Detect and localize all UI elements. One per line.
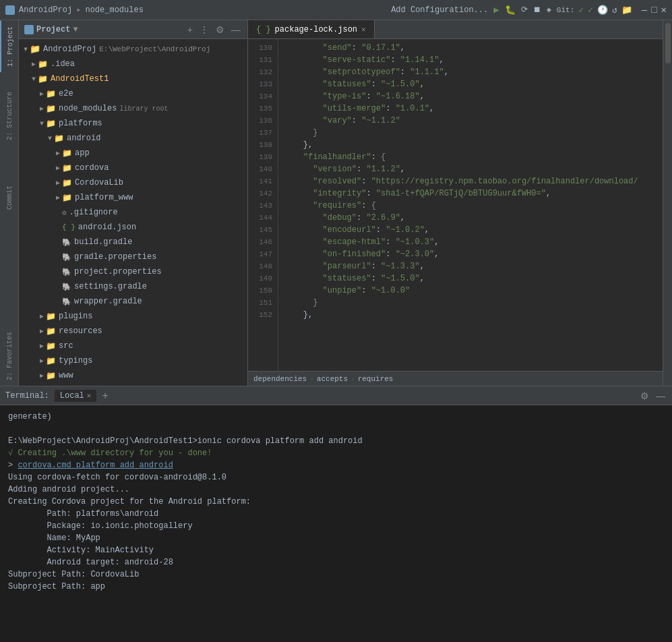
folder-icon: 📁 <box>62 178 72 188</box>
tree-item-www[interactable]: ▶ 📁 www <box>19 368 247 383</box>
tree-item-build-gradle[interactable]: ▶ 🐘 build.gradle <box>19 235 247 250</box>
terminal-content[interactable]: generate) E:\WebProject\AndroidProj\Andr… <box>0 405 672 642</box>
expand-arrow: ▶ <box>38 357 46 365</box>
breadcrumb-item-3[interactable]: requires <box>358 375 394 383</box>
line-num-145: 145 <box>248 224 278 236</box>
tree-item-platform-www[interactable]: ▶ 📁 platform_www <box>19 190 247 205</box>
terminal-tab-close[interactable]: ✕ <box>87 391 92 400</box>
code-line-131: "serve-static": "1.14.1", <box>284 54 657 66</box>
bottom-panel-icons: ⚙ — <box>639 389 667 403</box>
terminal-add-tab-btn[interactable]: + <box>99 390 111 402</box>
toolbar-stop-icon[interactable]: ⏹ <box>533 5 541 15</box>
tree-item-settings-gradle[interactable]: ▶ 🐘 settings.gradle <box>19 279 247 294</box>
play-icon[interactable]: ▶ <box>493 4 499 16</box>
line-num-136: 136 <box>248 115 278 127</box>
code-editor[interactable]: 130 131 132 133 134 135 136 137 138 139 … <box>248 39 663 371</box>
line-num-143: 143 <box>248 200 278 212</box>
tree-item-resources[interactable]: ▶ 📁 resources <box>19 324 247 339</box>
gradle-icon3: 🐘 <box>62 297 71 306</box>
tree-item-plugins[interactable]: ▶ 📁 plugins <box>19 309 247 324</box>
breadcrumb-item-2[interactable]: accepts <box>317 375 348 383</box>
project-collapse-btn[interactable]: ⋮ <box>198 23 210 36</box>
sidebar-item-project[interactable]: 1: Project <box>0 20 19 72</box>
code-line-139: "finalhandler": { <box>284 151 657 163</box>
editor-tab-package-lock[interactable]: { } package-lock.json ✕ <box>248 20 375 38</box>
expand-arrow: ▶ <box>38 372 46 380</box>
line-num-137: 137 <box>248 127 278 139</box>
minimap-scrollbar[interactable] <box>665 23 671 63</box>
tree-label: .gitignore <box>69 208 118 217</box>
line-numbers: 130 131 132 133 134 135 136 137 138 139 … <box>248 39 278 371</box>
tree-item-typings[interactable]: ▶ 📁 typings <box>19 353 247 368</box>
tab-close-btn[interactable]: ✕ <box>361 25 366 34</box>
code-line-149: "statuses": "~1.5.0", <box>284 272 657 285</box>
title-bar-center: Add Configuration... ▶ 🐛 ⟳ ⏹ ◈ <box>391 4 551 16</box>
code-text[interactable]: "send": "0.17.1", "serve-static": "1.14.… <box>278 39 663 371</box>
tree-label-androidtest1: AndroidTest1 <box>51 74 109 84</box>
project-icon <box>5 5 15 15</box>
debug-icon[interactable]: 🐛 <box>505 5 516 16</box>
code-line-147: "on-finished": "~2.3.0", <box>284 248 657 260</box>
breadcrumb-item-1[interactable]: dependencies <box>253 375 307 383</box>
tree-item-e2e[interactable]: ▶ 📁 e2e <box>19 86 247 101</box>
tree-label: project.properties <box>74 267 162 276</box>
tree-item-cordova[interactable]: ▶ 📁 cordova <box>19 160 247 175</box>
code-line-148: "parseurl": "~1.3.3", <box>284 260 657 272</box>
tree-item-idea[interactable]: ▶ 📁 .idea <box>19 57 247 71</box>
line-num-150: 150 <box>248 285 278 297</box>
code-line-145: "encodeurl": "~1.0.2", <box>284 224 657 236</box>
tree-item-android-json[interactable]: ▶ { } android.json <box>19 220 247 235</box>
tree-item-android[interactable]: ▼ 📁 android <box>19 131 247 146</box>
git-refresh-icon[interactable]: ↺ <box>612 5 617 16</box>
tree-item-node-modules[interactable]: ▶ 📁 node_modules library root <box>19 101 247 116</box>
tree-item-androidtest1[interactable]: ▼ 📁 AndroidTest1 <box>19 71 247 86</box>
tree-label: www <box>59 371 73 380</box>
code-line-152: }, <box>284 309 657 321</box>
git-clock-icon[interactable]: 🕐 <box>597 5 608 16</box>
folder-icon: 📁 <box>38 59 48 69</box>
toolbar-more-icon[interactable]: ◈ <box>547 5 551 15</box>
expand-arrow: ▼ <box>46 134 54 142</box>
terminal-settings-btn[interactable]: ⚙ <box>639 389 650 403</box>
main-area: 1: Project 2: Structure Commit 2: Favori… <box>0 20 672 386</box>
terminal-label: Terminal: <box>5 391 49 401</box>
project-settings-btn[interactable]: ⚙ <box>214 23 226 36</box>
bottom-tab-bar: Terminal: Local ✕ + ⚙ — <box>0 386 672 405</box>
tree-item-gitignore-android[interactable]: ▶ ⚙ .gitignore <box>19 205 247 220</box>
project-panel-header: Project ▼ + ⋮ ⚙ — <box>19 20 247 39</box>
tree-item-project-properties[interactable]: ▶ 🐘 project.properties <box>19 264 247 279</box>
window-maximize[interactable]: □ <box>651 5 656 16</box>
line-num-142: 142 <box>248 187 278 200</box>
folder-icon: 📁 <box>46 326 56 337</box>
tree-label: cordova <box>75 163 109 173</box>
project-add-btn[interactable]: + <box>186 23 194 36</box>
window-minimize[interactable]: — <box>642 5 647 16</box>
breadcrumb-sep-2: › <box>350 375 355 383</box>
sidebar-item-structure[interactable]: 2: Structure <box>0 86 19 146</box>
tree-item-wrapper-gradle[interactable]: ▶ 🐘 wrapper.gradle <box>19 294 247 309</box>
folder-icon: 📁 <box>46 119 56 129</box>
line-num-138: 138 <box>248 139 278 151</box>
code-line-134: "type-is": "~1.6.18", <box>284 90 657 103</box>
terminal-tab-local[interactable]: Local ✕ <box>55 390 97 402</box>
tree-item-cordovalib[interactable]: ▶ 📁 CordovaLib <box>19 175 247 190</box>
tree-item-platforms[interactable]: ▼ 📁 platforms <box>19 116 247 131</box>
sidebar-item-commit[interactable]: Commit <box>0 179 19 215</box>
window-close[interactable]: ✕ <box>661 4 667 16</box>
terminal-minimize-btn[interactable]: — <box>654 389 667 403</box>
editor-area: { } package-lock.json ✕ 130 131 132 133 … <box>248 20 663 386</box>
tree-label: resources <box>59 326 102 336</box>
toolbar-run-icon[interactable]: ⟳ <box>521 5 528 15</box>
sidebar-item-favorites[interactable]: 2: Favorites <box>0 326 19 386</box>
tree-label: AndroidProj <box>43 45 96 54</box>
tree-item-src[interactable]: ▶ 📁 src <box>19 339 247 353</box>
project-dropdown-icon[interactable]: ▼ <box>73 25 78 34</box>
project-close-btn[interactable]: — <box>230 23 242 36</box>
line-num-140: 140 <box>248 163 278 175</box>
terminal-line-1: E:\WebProject\AndroidProj\AndroidTest1>i… <box>8 435 664 447</box>
add-config-label[interactable]: Add Configuration... <box>391 5 488 15</box>
toolbar-folder-icon[interactable]: 📁 <box>621 5 632 16</box>
tree-item-androidproj[interactable]: ▼ 📁 AndroidProj E:\WebProject\AndroidPro… <box>19 42 247 57</box>
tree-item-gradle-properties[interactable]: ▶ 🐘 gradle.properties <box>19 250 247 264</box>
tree-item-app[interactable]: ▶ 📁 app <box>19 146 247 160</box>
